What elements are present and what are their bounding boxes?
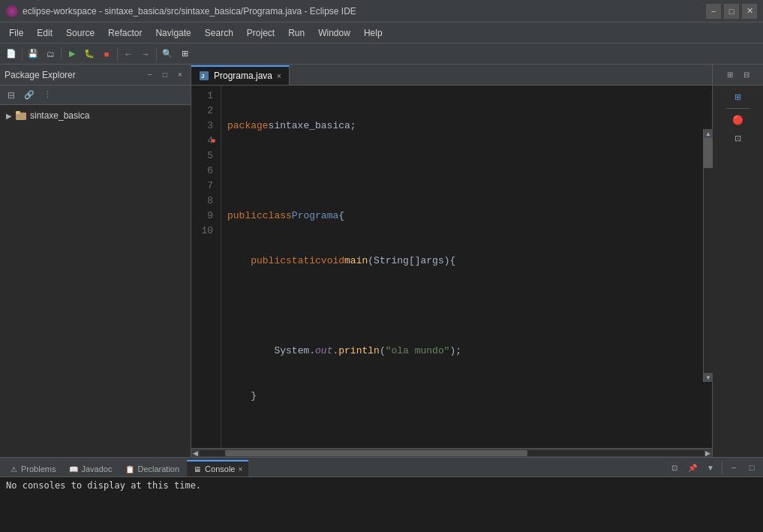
editor-tabs: J Programa.java × [191,65,712,86]
close-window-button[interactable]: ✕ [742,4,757,19]
maximize-button[interactable]: □ [724,4,739,19]
code-content[interactable]: package sintaxe_basica; public class Pro… [221,86,712,448]
vscroll-up-button[interactable]: ▲ [704,129,713,138]
vscroll-thumb[interactable] [704,138,713,168]
menu-navigate[interactable]: Navigate [149,26,197,41]
maximize-panel-button[interactable]: □ [159,69,171,81]
title-bar-controls: − □ ✕ [706,4,757,19]
debug-button[interactable]: 🐛 [81,46,98,62]
link-with-editor-button[interactable]: 🔗 [21,87,38,104]
collapse-all-button[interactable]: ⊟ [3,87,20,104]
close-panel-button[interactable]: × [174,69,186,81]
perspectives-button[interactable]: ⊞ [176,46,193,62]
editor-horizontal-scrollbar[interactable]: ◀ ▶ [191,448,712,457]
line-num-2: 2 [191,104,218,119]
code-line-7: } [227,389,706,404]
editor-area: J Programa.java × 1 2 3 4 5 6 7 8 9 10 p… [191,65,712,457]
line-num-8: 8 [191,194,218,209]
menu-run[interactable]: Run [282,26,311,41]
code-line-1: package sintaxe_basica; [227,119,706,134]
hscroll-thumb[interactable] [225,450,527,456]
tab-console-label: Console [205,464,235,473]
eclipse-icon [6,5,18,17]
minimize-panel-button[interactable]: − [144,69,156,81]
new-file-button[interactable]: 📄 [3,46,20,62]
console-output-text: No consoles to display at this time. [6,480,201,491]
hscroll-left-button[interactable]: ◀ [191,449,200,457]
menu-help[interactable]: Help [358,26,389,41]
right-panel-sep [726,108,750,109]
back-button[interactable]: ← [120,46,137,62]
hscroll-track[interactable] [200,450,704,456]
right-panel-debug-icon[interactable]: 🔴 [730,112,746,128]
toolbar-sep-4 [156,47,157,61]
main-layout: Package Explorer − □ × ⊟ 🔗 ⋮ ▶ sintaxe_b… [0,65,763,457]
tab-label: Programa.java [214,71,272,81]
console-pin-button[interactable]: 📌 [684,459,701,476]
console-options-button[interactable]: ▼ [702,459,719,476]
title-bar: eclipse-workspace - sintaxe_basica/src/s… [0,0,763,23]
console-icon: 🖥 [193,464,202,473]
toolbar-sep-1 [22,47,23,61]
tab-console[interactable]: 🖥 Console × [187,460,248,476]
right-panel-icon1[interactable]: ⊞ [730,89,746,105]
menu-edit[interactable]: Edit [31,26,59,41]
vscroll-track[interactable] [704,138,713,373]
minimize-button[interactable]: − [706,4,721,19]
menu-file[interactable]: File [3,26,29,41]
vscroll-down-button[interactable]: ▼ [704,373,713,382]
code-line-5 [227,299,706,314]
console-clear-button[interactable]: ⊡ [666,459,683,476]
console-maximize-button[interactable]: □ [743,459,760,476]
right-panel-menu-button[interactable]: ⊞ [722,67,738,83]
title-bar-text: eclipse-workspace - sintaxe_basica/src/s… [23,6,356,17]
menu-window[interactable]: Window [312,26,356,41]
stop-button[interactable]: ■ [98,46,115,62]
search-button[interactable]: 🔍 [159,46,176,62]
line-num-5: 5 [191,149,218,164]
tree-arrow-icon: ▶ [6,112,12,120]
problems-icon: ⚠ [9,464,18,473]
hscroll-right-button[interactable]: ▶ [704,449,712,457]
bottom-toolbar-sep [722,461,722,474]
right-panel-content: ⊞ 🔴 ⊡ [713,86,763,149]
console-tab-close[interactable]: × [238,465,242,473]
javadoc-icon: 📖 [69,464,78,473]
package-explorer-panel: Package Explorer − □ × ⊟ 🔗 ⋮ ▶ sintaxe_b… [0,65,191,457]
bottom-panel-tabs: ⚠ Problems 📖 Javadoc 📋 Declaration 🖥 Con… [0,458,763,477]
bottom-panel-toolbar: ⊡ 📌 ▼ − □ [666,458,760,477]
code-editor[interactable]: 1 2 3 4 5 6 7 8 9 10 package sintaxe_bas… [191,86,712,448]
tab-declaration[interactable]: 📋 Declaration [119,460,185,476]
menu-source[interactable]: Source [60,26,101,41]
menu-refactor[interactable]: Refactor [102,26,148,41]
forward-button[interactable]: → [137,46,154,62]
line-num-6: 6 [191,164,218,179]
tab-problems[interactable]: ⚠ Problems [3,460,62,476]
toolbar: 📄 💾 🗂 ▶ 🐛 ■ ← → 🔍 ⊞ [0,44,763,65]
tab-javadoc-label: Javadoc [81,464,112,473]
right-panel-header: ⊞ ⊟ [713,65,763,86]
save-all-button[interactable]: 🗂 [42,46,59,62]
right-panel-icon3[interactable]: ⊡ [730,130,746,146]
line-num-9: 9 [191,209,218,224]
right-panel-btn2[interactable]: ⊟ [738,67,755,83]
console-minimize-button[interactable]: − [725,459,742,476]
package-explorer-tree: ▶ sintaxe_basica [0,105,191,457]
toolbar-sep-3 [117,47,118,61]
menu-search[interactable]: Search [199,26,239,41]
java-file-icon: J [199,71,209,81]
tab-programa-java[interactable]: J Programa.java × [191,65,290,85]
tab-javadoc[interactable]: 📖 Javadoc [63,460,118,476]
tree-item-sintaxe-basica[interactable]: ▶ sintaxe_basica [0,108,191,123]
save-button[interactable]: 💾 [25,46,41,62]
declaration-icon: 📋 [125,464,134,473]
vertical-scrollbar[interactable]: ▲ ▼ [703,129,712,382]
run-button[interactable]: ▶ [64,46,80,62]
tree-item-label: sintaxe_basica [30,110,89,121]
menu-project[interactable]: Project [241,26,281,41]
pkg-menu-button[interactable]: ⋮ [39,87,56,104]
line-num-1: 1 [191,89,218,104]
line-num-10: 10 [191,224,218,239]
console-output: No consoles to display at this time. [0,477,763,532]
tab-close-button[interactable]: × [277,72,281,80]
